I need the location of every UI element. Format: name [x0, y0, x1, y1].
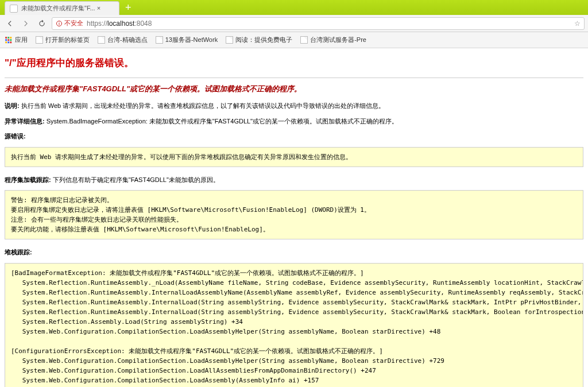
- exception-detail-line: 异常详细信息: System.BadImageFormatException: …: [5, 117, 583, 126]
- svg-rect-10: [7, 41, 9, 43]
- page-title: "/"应用程序中的服务器错误。: [5, 56, 583, 69]
- assembly-trace-label: 程序集加载跟踪:: [5, 176, 51, 183]
- security-label: 不安全: [64, 19, 83, 28]
- browser-tab[interactable]: 未能加载文件或程序集"F... ×: [5, 1, 119, 15]
- bookmark-label: 台湾-精确选点: [107, 36, 148, 44]
- error-subtitle: 未能加载文件或程序集"FAST4GDLL"或它的某一个依赖项。试图加载格式不正确…: [5, 84, 583, 94]
- divider: [5, 78, 583, 78]
- bookmark-item[interactable]: 台湾测试服务器-Pre: [300, 36, 366, 44]
- svg-rect-8: [10, 39, 11, 41]
- source-error-label: 源错误:: [5, 131, 583, 141]
- description-line: 说明: 执行当前 Web 请求期间，出现未经处理的异常。请检查堆栈跟踪信息，以了…: [5, 101, 583, 111]
- info-icon: [56, 20, 63, 27]
- apps-label: 应用: [15, 36, 28, 44]
- new-tab-button[interactable]: +: [119, 2, 137, 14]
- stack-trace-box: [BadImageFormatException: 未能加载文件或程序集"FAS…: [5, 263, 583, 387]
- svg-rect-9: [5, 41, 7, 43]
- bookmark-item[interactable]: 台湾-精确选点: [98, 36, 148, 44]
- tab-title: 未能加载文件或程序集"F... ×: [21, 4, 100, 13]
- page-icon: [156, 36, 163, 44]
- svg-rect-5: [10, 37, 11, 38]
- apps-icon: [5, 36, 13, 44]
- page-icon: [36, 36, 43, 44]
- svg-rect-2: [59, 22, 60, 22]
- page-favicon: [10, 5, 18, 13]
- svg-rect-11: [10, 41, 11, 43]
- page-icon: [226, 36, 233, 44]
- browser-tabstrip: 未能加载文件或程序集"F... × +: [0, 0, 588, 15]
- assembly-trace-text: 下列信息有助于确定程序集"FAST4GDLL"未能加载的原因。: [51, 176, 219, 183]
- address-toolbar: 不安全 https://localhost:8048 ☆: [0, 15, 588, 32]
- url-proto: https://: [87, 20, 107, 28]
- bookmark-star-icon[interactable]: ☆: [574, 20, 581, 28]
- bookmark-label: 阅读：提供免费电子: [235, 36, 292, 44]
- exception-detail-text: System.BadImageFormatException: 未能加载文件或程…: [45, 118, 398, 125]
- description-label: 说明:: [5, 102, 20, 109]
- svg-rect-4: [7, 37, 9, 38]
- bookmarks-bar: 应用 打开新的标签页 台湾-精确选点 13服务器-NetWork 阅读：提供免费…: [0, 32, 588, 48]
- svg-rect-6: [5, 39, 7, 41]
- page-content: "/"应用程序中的服务器错误。 未能加载文件或程序集"FAST4GDLL"或它的…: [0, 48, 588, 387]
- page-icon: [300, 36, 308, 44]
- svg-rect-3: [5, 37, 7, 38]
- forward-button[interactable]: [20, 17, 32, 30]
- svg-rect-7: [7, 39, 9, 41]
- back-button[interactable]: [3, 17, 16, 30]
- page-icon: [98, 36, 105, 44]
- url-text: https://localhost:8048: [87, 20, 152, 28]
- fusion-log-warning-box: 警告: 程序集绑定日志记录被关闭。 要启用程序集绑定失败日志记录，请将注册表值 …: [5, 190, 583, 239]
- exception-detail-label: 异常详细信息:: [5, 118, 45, 125]
- source-error-box: 执行当前 Web 请求期间生成了未经处理的异常。可以使用下面的异常堆栈跟踪信息确…: [5, 147, 583, 167]
- security-indicator[interactable]: 不安全: [56, 19, 83, 28]
- url-port: :8048: [134, 20, 152, 28]
- address-bar[interactable]: 不安全 https://localhost:8048 ☆: [52, 17, 585, 30]
- stack-trace-label: 堆栈跟踪:: [5, 247, 583, 257]
- bookmark-item[interactable]: 阅读：提供免费电子: [226, 36, 292, 44]
- svg-rect-1: [59, 23, 60, 25]
- apps-button[interactable]: 应用: [5, 36, 28, 44]
- url-host: localhost: [107, 20, 134, 28]
- description-text: 执行当前 Web 请求期间，出现未经处理的异常。请检查堆栈跟踪信息，以了解有关该…: [20, 102, 385, 109]
- bookmark-label: 台湾测试服务器-Pre: [310, 36, 366, 44]
- bookmark-label: 打开新的标签页: [45, 36, 90, 44]
- bookmark-item[interactable]: 13服务器-NetWork: [156, 36, 218, 44]
- bookmark-label: 13服务器-NetWork: [165, 36, 218, 44]
- reload-button[interactable]: [36, 17, 48, 30]
- bookmark-item[interactable]: 打开新的标签页: [36, 36, 90, 44]
- assembly-trace-line: 程序集加载跟踪: 下列信息有助于确定程序集"FAST4GDLL"未能加载的原因。: [5, 175, 583, 185]
